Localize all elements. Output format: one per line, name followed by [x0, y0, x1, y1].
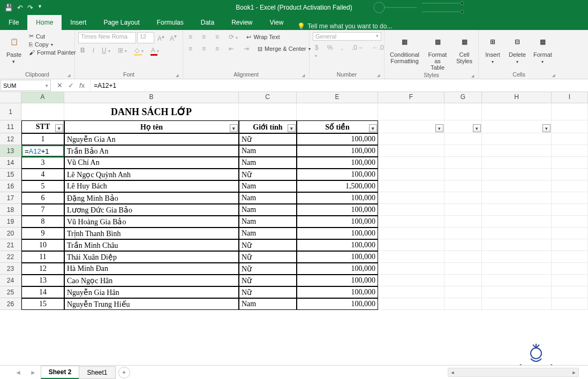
- italic-button[interactable]: I: [91, 46, 96, 55]
- cell[interactable]: [482, 169, 552, 180]
- cell[interactable]: 100,000: [297, 133, 378, 145]
- row-header[interactable]: 17: [0, 192, 21, 204]
- cell[interactable]: [482, 263, 552, 275]
- row-header[interactable]: 25: [0, 286, 21, 298]
- cell[interactable]: [378, 180, 444, 192]
- cell[interactable]: DANH SÁCH LỚP: [64, 103, 239, 120]
- cell[interactable]: [552, 251, 588, 263]
- cell[interactable]: Vũ Hoàng Gia Bảo: [64, 216, 239, 228]
- tab-data[interactable]: Data: [192, 15, 223, 30]
- cell[interactable]: [482, 145, 552, 157]
- filter-dropdown-icon[interactable]: ▾: [230, 124, 238, 132]
- tab-insert[interactable]: Insert: [62, 15, 95, 30]
- cell[interactable]: 11: [21, 251, 64, 263]
- font-family-select[interactable]: Times New Roma: [78, 32, 136, 43]
- tab-home[interactable]: Home: [27, 15, 62, 30]
- cell[interactable]: [378, 216, 444, 228]
- copy-button[interactable]: ⎘Copy ▾: [28, 41, 77, 48]
- cell[interactable]: ▾: [378, 120, 444, 133]
- cell[interactable]: 100,000: [297, 275, 378, 286]
- redo-icon[interactable]: ↷: [27, 4, 33, 12]
- cell[interactable]: Nam: [239, 145, 297, 157]
- insert-cells-button[interactable]: ⊞Insert▾: [482, 32, 503, 66]
- font-size-select[interactable]: 12: [137, 32, 154, 43]
- cell[interactable]: 10: [21, 239, 64, 251]
- row-header[interactable]: 12: [0, 133, 21, 145]
- cell[interactable]: Nam: [239, 228, 297, 239]
- column-header-H[interactable]: H: [482, 92, 552, 103]
- border-button[interactable]: ⊞ ▾: [116, 46, 129, 55]
- cell[interactable]: Thái Xuân Diệp: [64, 251, 239, 263]
- cell[interactable]: [239, 103, 297, 120]
- cell[interactable]: Trần Minh Châu: [64, 239, 239, 251]
- name-box[interactable]: SUM▾: [1, 80, 51, 91]
- cell[interactable]: [444, 204, 482, 216]
- cell[interactable]: Nữ: [239, 275, 297, 286]
- filter-dropdown-icon[interactable]: ▾: [435, 124, 443, 132]
- wrap-text-button[interactable]: ↩Wrap Text: [245, 33, 281, 41]
- add-sheet-button[interactable]: +: [118, 367, 130, 378]
- orientation-button[interactable]: ⟳ ▾: [227, 32, 240, 42]
- cell[interactable]: [297, 103, 378, 120]
- cell[interactable]: Nguyễn Gia Hân: [64, 286, 239, 298]
- cell[interactable]: [444, 286, 482, 298]
- cell[interactable]: [378, 228, 444, 239]
- cell[interactable]: Nam: [239, 157, 297, 169]
- cell[interactable]: [482, 204, 552, 216]
- cell[interactable]: [378, 133, 444, 145]
- cell[interactable]: [378, 204, 444, 216]
- row-header[interactable]: 13: [0, 145, 21, 157]
- cell[interactable]: 6: [21, 192, 64, 204]
- row-header[interactable]: 16: [0, 180, 21, 192]
- cell[interactable]: [444, 298, 482, 310]
- column-header-G[interactable]: G: [444, 92, 482, 103]
- row-header[interactable]: 15: [0, 169, 21, 180]
- cell[interactable]: ▾: [444, 120, 482, 133]
- qat-dropdown-icon[interactable]: ▼: [37, 4, 42, 12]
- cell[interactable]: [482, 133, 552, 145]
- cell[interactable]: 100,000: [297, 145, 378, 157]
- scroll-left-icon[interactable]: ◄: [448, 370, 457, 375]
- cell[interactable]: [444, 239, 482, 251]
- undo-icon[interactable]: ↶: [17, 4, 23, 12]
- formula-input[interactable]: =A12+1: [91, 79, 588, 92]
- cell[interactable]: [552, 228, 588, 239]
- cell[interactable]: Cao Ngọc Hân: [64, 275, 239, 286]
- cell[interactable]: 100,000: [297, 228, 378, 239]
- cell[interactable]: 4: [21, 169, 64, 180]
- cell[interactable]: 100,000: [297, 298, 378, 310]
- cell[interactable]: Nam: [239, 192, 297, 204]
- cell[interactable]: 100,000: [297, 239, 378, 251]
- row-header[interactable]: 14: [0, 157, 21, 169]
- cell[interactable]: 100,000: [297, 251, 378, 263]
- horizontal-scrollbar[interactable]: ◄ ►: [448, 368, 579, 377]
- comma-format-button[interactable]: ,: [339, 43, 345, 60]
- cell[interactable]: [444, 103, 482, 120]
- row-header[interactable]: 23: [0, 263, 21, 275]
- cell[interactable]: [482, 298, 552, 310]
- filter-dropdown-icon[interactable]: ▾: [542, 124, 551, 132]
- cell[interactable]: 100,000: [297, 169, 378, 180]
- cell[interactable]: [444, 133, 482, 145]
- align-center-button[interactable]: ≡: [200, 44, 208, 54]
- column-header-A[interactable]: A: [21, 92, 64, 103]
- delete-cells-button[interactable]: ⊟Delete▾: [507, 32, 528, 66]
- cell[interactable]: Lê Huy Bách: [64, 180, 239, 192]
- tab-file[interactable]: File: [0, 15, 27, 30]
- cell[interactable]: Hà Minh Đan: [64, 263, 239, 275]
- cell[interactable]: Lê Ngọc Quỳnh Anh: [64, 169, 239, 180]
- number-format-select[interactable]: General▾: [313, 32, 381, 41]
- filter-dropdown-icon[interactable]: ▾: [288, 124, 296, 132]
- cell[interactable]: [378, 239, 444, 251]
- cell[interactable]: [482, 157, 552, 169]
- cell[interactable]: Nữ: [239, 263, 297, 275]
- cell[interactable]: Nam: [239, 180, 297, 192]
- cell[interactable]: [378, 275, 444, 286]
- column-header-I[interactable]: I: [552, 92, 588, 103]
- cell[interactable]: [21, 103, 64, 120]
- cell[interactable]: [378, 145, 444, 157]
- cell[interactable]: Nguyễn Gia An: [64, 133, 239, 145]
- cancel-formula-button[interactable]: ✕: [57, 81, 63, 89]
- row-header[interactable]: 24: [0, 275, 21, 286]
- format-painter-button[interactable]: 🖌Format Painter: [28, 49, 77, 56]
